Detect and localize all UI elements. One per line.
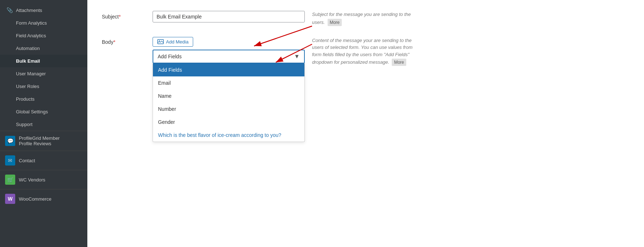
sidebar-item-label: User Manager: [16, 71, 46, 76]
dropdown-option-ice-cream[interactable]: Which is the best flavor of ice-cream ac…: [153, 129, 304, 142]
sidebar-item-label: Automation: [16, 46, 40, 51]
add-media-svg-icon: [157, 39, 164, 44]
dropdown-menu: Add Fields Email Name Number Gender: [153, 63, 305, 142]
add-media-button[interactable]: Add Media: [153, 37, 193, 47]
sidebar-item-label: Products: [16, 96, 34, 102]
profilegrid-icon: 💬: [5, 136, 15, 146]
subject-input[interactable]: [153, 11, 305, 22]
dropdown-option-number[interactable]: Number: [153, 102, 304, 116]
dropdown-option-gender[interactable]: Gender: [153, 116, 304, 129]
sidebar-item-label: User Roles: [16, 84, 39, 89]
sidebar-item-global-settings[interactable]: Global Settings: [0, 105, 87, 118]
sidebar-item-label: Support: [16, 122, 33, 127]
main-content: Subject* Subject for the message you are…: [87, 0, 644, 247]
body-hint: Content of the message your are sending …: [312, 37, 414, 66]
body-row: Body* Add Media Add Fields ▼: [102, 37, 616, 66]
sidebar-item-label: Bulk Email: [16, 58, 40, 64]
subject-label: Subject*: [102, 11, 145, 20]
body-label: Body*: [102, 37, 145, 45]
body-control-area: Add Media Add Fields ▼ Add Fields Email: [153, 37, 305, 63]
subject-control-area: [153, 11, 305, 22]
sidebar-item-support[interactable]: Support: [0, 118, 87, 131]
body-required-marker: *: [113, 39, 115, 45]
subject-hint: Subject for the message you are sending …: [312, 11, 414, 26]
sidebar-item-form-analytics[interactable]: Form Analytics: [0, 17, 87, 29]
sidebar-plugin-label: ProfileGrid MemberProfile Reviews: [19, 135, 60, 146]
sidebar-item-user-manager[interactable]: User Manager: [0, 67, 87, 80]
contact-icon: ✉: [5, 155, 15, 166]
sidebar-item-bulk-email[interactable]: Bulk Email: [0, 55, 87, 67]
woocommerce-icon: W: [5, 194, 15, 204]
sidebar-item-field-analytics[interactable]: Field Analytics: [0, 29, 87, 42]
sidebar-plugin-label: WC Vendors: [19, 177, 45, 183]
sidebar-item-label: Global Settings: [16, 109, 48, 114]
sidebar-item-products[interactable]: Products: [0, 93, 87, 105]
sidebar-plugin-label: Contact: [19, 158, 35, 163]
dropdown-trigger[interactable]: Add Fields ▼: [153, 50, 305, 63]
form-area: Subject* Subject for the message you are…: [87, 0, 631, 88]
subject-more-link[interactable]: More: [328, 19, 342, 26]
add-fields-dropdown[interactable]: Add Fields ▼ Add Fields Email Name: [153, 50, 305, 63]
sidebar-plugin-contact[interactable]: ✉ Contact: [0, 151, 87, 170]
chevron-down-icon: ▼: [294, 53, 300, 60]
subject-row: Subject* Subject for the message you are…: [102, 11, 616, 26]
sidebar-item-automation[interactable]: Automation: [0, 42, 87, 55]
dropdown-option-add-fields[interactable]: Add Fields: [153, 63, 304, 76]
dropdown-selected-label: Add Fields: [158, 54, 182, 59]
sidebar-plugin-profilegrid[interactable]: 💬 ProfileGrid MemberProfile Reviews: [0, 131, 87, 151]
sidebar-item-label: Attachments: [16, 8, 42, 13]
dropdown-option-name[interactable]: Name: [153, 89, 304, 102]
sidebar-plugin-wc-vendors[interactable]: 🛒 WC Vendors: [0, 170, 87, 189]
dropdown-option-email[interactable]: Email: [153, 76, 304, 89]
attachments-icon: 📎: [6, 7, 13, 13]
sidebar-item-label: Form Analytics: [16, 20, 47, 26]
wc-vendors-icon: 🛒: [5, 175, 15, 185]
sidebar-item-label: Field Analytics: [16, 33, 46, 38]
subject-required-marker: *: [119, 14, 121, 20]
sidebar-item-user-roles[interactable]: User Roles: [0, 80, 87, 93]
body-more-link[interactable]: More: [392, 59, 406, 66]
svg-point-1: [159, 41, 160, 42]
sidebar-plugin-label: WooCommerce: [19, 196, 51, 202]
sidebar-plugin-woocommerce[interactable]: W WooCommerce: [0, 189, 87, 208]
sidebar-item-attachments[interactable]: 📎 Attachments: [0, 4, 87, 17]
sidebar: 📎 Attachments Form Analytics Field Analy…: [0, 0, 87, 247]
